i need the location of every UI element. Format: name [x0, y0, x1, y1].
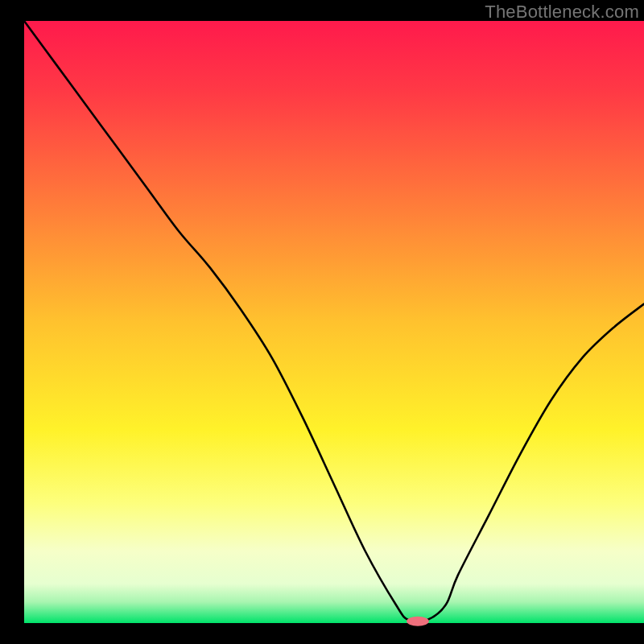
bottleneck-chart [0, 0, 644, 644]
min-marker [407, 617, 429, 626]
watermark-text: TheBottleneck.com [485, 2, 639, 23]
chart-frame: TheBottleneck.com [0, 0, 644, 644]
gradient-background [24, 21, 644, 623]
